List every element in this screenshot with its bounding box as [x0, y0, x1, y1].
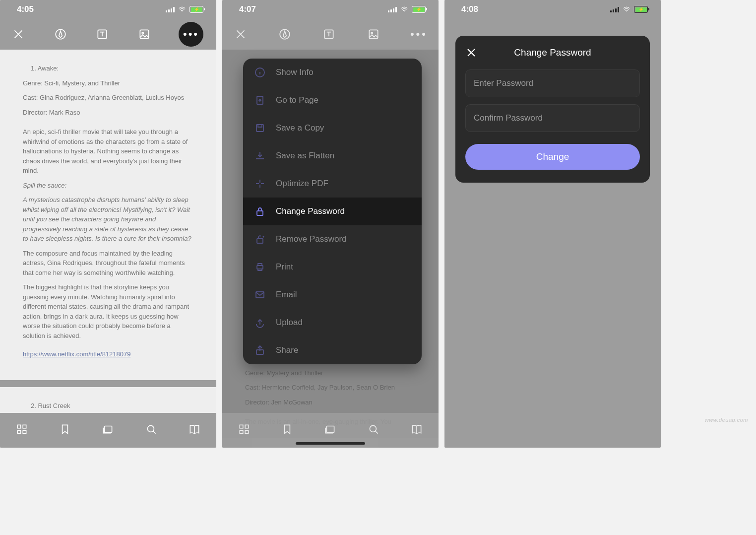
svg-point-13	[371, 32, 373, 34]
signal-icon	[610, 6, 619, 12]
menu-item-label: Share	[276, 345, 298, 355]
svg-point-19	[370, 425, 377, 432]
optimize-icon	[254, 178, 266, 190]
image-tool-button[interactable]	[137, 27, 152, 42]
svg-rect-24	[257, 239, 263, 243]
doc-paragraph: An epic, sci-fi thriller movie that will…	[23, 127, 193, 176]
svg-rect-15	[245, 425, 249, 428]
search-tab[interactable]	[145, 423, 158, 438]
menu-item-save-a-copy[interactable]: Save a Copy	[243, 114, 422, 142]
doc-line: Cast: Hermione Corfield, Jay Paulson, Se…	[245, 383, 416, 393]
document-page-1: 1. Awake: Genre: Sci-fi, Mystery, and Th…	[0, 50, 216, 380]
change-button[interactable]: Change	[465, 144, 640, 170]
doc-paragraph: The composure and focus maintained by th…	[23, 249, 193, 278]
document-viewport[interactable]: 1. Awake: Genre: Sci-fi, Mystery, and Th…	[0, 50, 216, 448]
text-tool-button[interactable]	[95, 27, 110, 42]
doc-paragraph: The biggest highlight is that the storyl…	[23, 282, 193, 340]
doc-line: 2. Rust Creek	[23, 401, 193, 411]
lock-icon	[254, 205, 266, 217]
doc-spill-label: Spill the sauce:	[23, 181, 193, 191]
more-menu-popover: Show InfoGo to PageSave a CopySave as Fl…	[243, 59, 422, 364]
email-icon	[254, 289, 266, 301]
screenshot-2: 4:07 ⚡ ••• 2. Rust Creek Genre: Mystery …	[222, 0, 439, 448]
upload-icon	[254, 317, 266, 329]
svg-point-9	[148, 425, 154, 432]
menu-item-remove-password[interactable]: Remove Password	[243, 225, 422, 253]
flatten-icon	[254, 150, 266, 162]
status-time: 4:07	[239, 4, 256, 14]
close-button[interactable]	[233, 27, 248, 42]
screenshot-1: 4:05 ⚡ ••• 1. Awake: Genre: Sci-fi, Myst…	[0, 0, 216, 448]
info-icon	[254, 67, 266, 78]
menu-item-label: Email	[276, 290, 297, 300]
save-copy-icon	[254, 122, 266, 134]
menu-item-label: Upload	[276, 318, 303, 328]
signal-icon	[166, 6, 175, 12]
svg-rect-25	[257, 266, 263, 269]
menu-item-label: Change Password	[276, 206, 345, 216]
menu-item-save-as-flatten[interactable]: Save as Flatten	[243, 142, 422, 170]
more-button[interactable]: •••	[179, 22, 203, 47]
menu-item-label: Optimize PDF	[276, 179, 328, 189]
svg-rect-12	[369, 30, 378, 38]
more-button[interactable]: •••	[410, 28, 428, 41]
status-time: 4:05	[17, 4, 34, 14]
change-password-modal: Change Password Change	[455, 36, 650, 183]
text-tool-button[interactable]	[321, 27, 336, 42]
confirm-password-field[interactable]	[465, 104, 640, 132]
svg-rect-14	[240, 425, 243, 428]
menu-item-optimize-pdf[interactable]: Optimize PDF	[243, 170, 422, 198]
menu-item-share[interactable]: Share	[243, 336, 422, 364]
grid-tab[interactable]	[238, 423, 251, 438]
svg-rect-6	[17, 430, 21, 434]
enter-password-field[interactable]	[465, 69, 640, 97]
watermark-text: www.deuaq.com	[705, 417, 748, 423]
menu-item-label: Print	[276, 262, 293, 272]
top-toolbar: •••	[0, 19, 216, 50]
svg-rect-17	[245, 430, 249, 434]
screenshot-3: 4:08 ⚡ Change Password Change	[444, 0, 661, 448]
thumbnails-tab[interactable]	[102, 423, 115, 438]
doc-paragraph-italic: A mysterious catastrophe disrupts humans…	[23, 195, 193, 244]
goto-page-icon	[254, 94, 266, 106]
pen-tool-button[interactable]	[277, 27, 292, 42]
status-bar: 4:07 ⚡	[222, 0, 439, 19]
status-time: 4:08	[461, 4, 478, 14]
battery-icon: ⚡	[634, 6, 648, 13]
svg-rect-16	[240, 430, 243, 434]
menu-item-go-to-page[interactable]: Go to Page	[243, 86, 422, 114]
thumbnails-tab[interactable]	[324, 423, 337, 438]
svg-rect-22	[256, 125, 263, 132]
doc-line: Cast: Gina Rodriguez, Arianna Greenblatt…	[23, 93, 193, 103]
bookmark-tab[interactable]	[281, 423, 294, 438]
svg-rect-2	[140, 30, 148, 38]
menu-item-show-info[interactable]: Show Info	[243, 59, 422, 86]
battery-icon: ⚡	[412, 6, 426, 13]
menu-item-print[interactable]: Print	[243, 253, 422, 281]
close-button[interactable]	[11, 27, 26, 42]
search-tab[interactable]	[367, 423, 380, 438]
bookmark-tab[interactable]	[59, 423, 71, 438]
doc-link[interactable]: https://www.netflix.com/title/81218079	[23, 350, 131, 358]
image-tool-button[interactable]	[366, 27, 381, 42]
svg-point-3	[142, 32, 143, 34]
svg-rect-18	[326, 426, 334, 433]
modal-title: Change Password	[465, 47, 640, 58]
menu-item-upload[interactable]: Upload	[243, 309, 422, 336]
menu-item-label: Save as Flatten	[276, 151, 334, 161]
menu-item-change-password[interactable]: Change Password	[243, 198, 422, 225]
grid-tab[interactable]	[15, 423, 28, 438]
doc-line: Genre: Mystery and Thriller	[245, 368, 416, 378]
pen-tool-button[interactable]	[53, 27, 68, 42]
wifi-icon	[400, 6, 409, 13]
battery-icon: ⚡	[189, 6, 203, 13]
book-tab[interactable]	[410, 423, 423, 438]
book-tab[interactable]	[188, 423, 201, 438]
menu-item-email[interactable]: Email	[243, 281, 422, 309]
bottom-tabbar	[0, 413, 216, 448]
svg-rect-7	[23, 430, 26, 434]
doc-line: Director: Mark Raso	[23, 108, 193, 118]
more-icon: •••	[183, 29, 199, 40]
menu-item-label: Save a Copy	[276, 123, 324, 133]
home-indicator	[296, 442, 365, 445]
